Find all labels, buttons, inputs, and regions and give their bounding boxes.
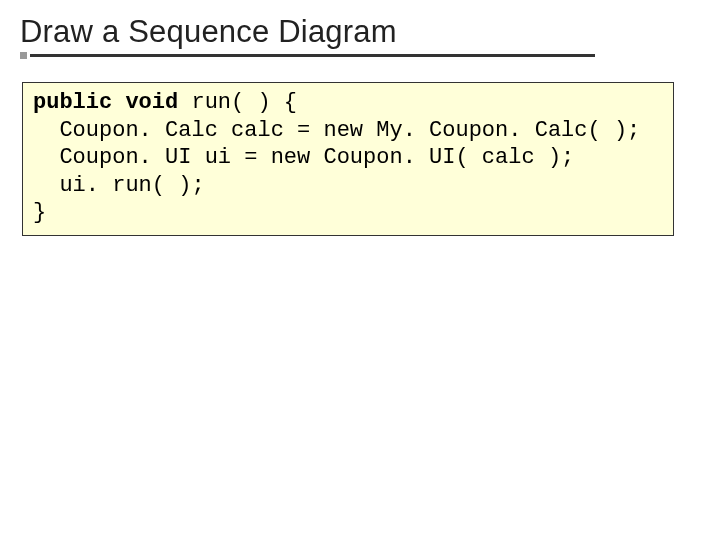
slide: Draw a Sequence Diagram public void run(… — [0, 0, 720, 540]
code-keyword: public void — [33, 90, 178, 115]
code-box: public void run( ) { Coupon. Calc calc =… — [22, 82, 674, 236]
code-text: run( ) { — [178, 90, 297, 115]
code-line: Coupon. Calc calc = new My. Coupon. Calc… — [33, 118, 640, 143]
code-line: Coupon. UI ui = new Coupon. UI( calc ); — [33, 145, 574, 170]
bullet-square-icon — [20, 52, 27, 59]
code-snippet: public void run( ) { Coupon. Calc calc =… — [33, 89, 663, 227]
code-line: } — [33, 200, 46, 225]
title-block: Draw a Sequence Diagram — [20, 14, 595, 57]
slide-title: Draw a Sequence Diagram — [20, 14, 595, 50]
code-line: ui. run( ); — [33, 173, 205, 198]
title-underline — [20, 54, 595, 57]
